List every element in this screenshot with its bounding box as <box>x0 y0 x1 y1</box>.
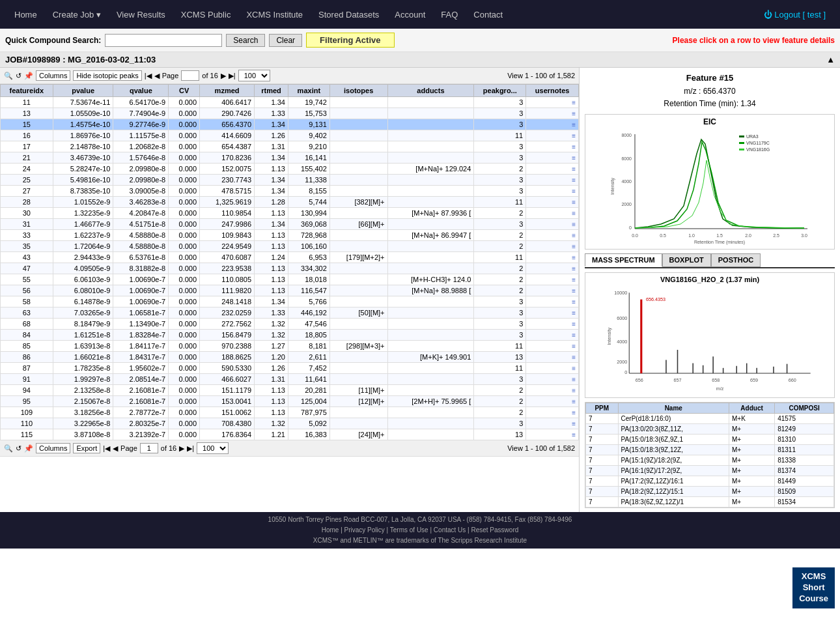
search-button[interactable]: Search <box>226 34 265 47</box>
nav-xcms-institute[interactable]: XCMS Institute <box>238 10 311 20</box>
col-adducts[interactable]: adducts <box>387 85 474 97</box>
collapse-icon[interactable]: ▲ <box>826 55 835 64</box>
note-button[interactable]: ≡ <box>572 287 576 294</box>
note-button[interactable]: ≡ <box>572 188 576 195</box>
table-row[interactable]: 245.28247e-102.09980e-80.000152.00751.13… <box>1 164 579 175</box>
note-button[interactable]: ≡ <box>572 143 576 150</box>
first-page-icon-bottom[interactable]: |◀ <box>103 444 110 453</box>
table-row[interactable]: 311.46677e-94.51751e-80.000247.99861.343… <box>1 219 579 230</box>
note-button[interactable]: ≡ <box>572 99 576 106</box>
note-button[interactable]: ≡ <box>572 420 576 427</box>
col-peakgroup[interactable]: peakgro... <box>474 85 526 97</box>
tab-mass-spectrum[interactable]: MASS SPECTRUM <box>585 253 662 267</box>
col-cv[interactable]: CV <box>169 85 200 97</box>
pin-icon-bottom[interactable]: 📌 <box>24 444 33 453</box>
table-row[interactable]: 556.06103e-91.00690e-70.000110.08051.131… <box>1 274 579 285</box>
note-button[interactable]: ≡ <box>572 332 576 339</box>
note-button[interactable]: ≡ <box>572 398 576 405</box>
note-button[interactable]: ≡ <box>572 354 576 361</box>
xcms-badge[interactable]: XCMS Short Course <box>792 567 835 608</box>
tab-posthoc[interactable]: POSTHOC <box>711 253 761 267</box>
table-row[interactable]: 586.14878e-91.00690e-70.000248.14181.345… <box>1 296 579 307</box>
table-row[interactable]: 117.53674e-116.54170e-90.000406.64171.34… <box>1 97 579 108</box>
table-row[interactable]: 1093.18256e-82.78772e-70.000151.00621.13… <box>1 407 579 418</box>
search-icon[interactable]: 🔍 <box>4 72 13 80</box>
col-featureidx[interactable]: featureidx <box>1 85 53 97</box>
note-button[interactable]: ≡ <box>572 121 576 128</box>
prev-page-icon-bottom[interactable]: ◀ <box>113 444 118 453</box>
compound-row[interactable]: 7PA(17:2(9Z,12Z)/16:1M+81449 <box>586 476 834 487</box>
table-row[interactable]: 151.45754e-109.27746e-90.000656.43701.34… <box>1 119 579 130</box>
compound-row[interactable]: 7PA(13:0/20:3(8Z,11Z,M+81249 <box>586 424 834 435</box>
note-button[interactable]: ≡ <box>572 132 576 139</box>
footer-link-contact[interactable]: Contact Us <box>434 526 466 534</box>
search-input[interactable] <box>105 34 222 47</box>
compound-row[interactable]: 7CerP(d18:1/16:0)M+K41575 <box>586 414 834 424</box>
table-row[interactable]: 942.13258e-82.16081e-70.000151.11791.132… <box>1 385 579 396</box>
footer-link-terms[interactable]: Terms of Use <box>390 526 428 534</box>
compound-row[interactable]: 7PA(15:1(9Z)/18:2(9Z,M+81338 <box>586 455 834 466</box>
note-button[interactable]: ≡ <box>572 409 576 416</box>
table-row[interactable]: 851.63913e-81.84117e-70.000970.23881.278… <box>1 341 579 352</box>
table-row[interactable]: 1103.22965e-82.80325e-70.000708.43801.32… <box>1 418 579 429</box>
footer-link-home[interactable]: Home <box>322 526 339 534</box>
note-button[interactable]: ≡ <box>572 387 576 394</box>
note-button[interactable]: ≡ <box>572 298 576 306</box>
compound-scroll[interactable]: PPM Name Adduct COMPOSI 7CerP(d18:1/16:0… <box>585 403 834 507</box>
col-composi[interactable]: COMPOSI <box>775 403 834 414</box>
note-button[interactable]: ≡ <box>572 376 576 383</box>
note-button[interactable]: ≡ <box>572 365 576 372</box>
note-button[interactable]: ≡ <box>572 221 576 228</box>
nav-home[interactable]: Home <box>7 10 45 20</box>
nav-account[interactable]: Account <box>387 10 433 20</box>
col-adduct[interactable]: Adduct <box>729 403 774 414</box>
col-rtmed[interactable]: rtmed <box>255 85 288 97</box>
table-row[interactable]: 871.78235e-81.95602e-70.000590.53301.267… <box>1 363 579 374</box>
table-row[interactable]: 688.18479e-91.13490e-70.000272.75621.324… <box>1 319 579 330</box>
next-page-icon-bottom[interactable]: ▶ <box>179 444 184 453</box>
last-page-icon[interactable]: ▶| <box>229 72 236 80</box>
table-row[interactable]: 213.46739e-101.57646e-80.000170.82361.34… <box>1 152 579 164</box>
per-page-select-bottom[interactable]: 100 <box>197 442 229 454</box>
table-wrapper[interactable]: featureidx pvalue qvalue CV mzmed rtmed … <box>0 84 579 440</box>
nav-view-results[interactable]: View Results <box>109 10 173 20</box>
col-ppm[interactable]: PPM <box>586 403 619 414</box>
compound-row[interactable]: 7PA(18:3(6Z,9Z,12Z)/1M+81534 <box>586 497 834 507</box>
col-isotopes[interactable]: isotopes <box>329 85 387 97</box>
note-button[interactable]: ≡ <box>572 177 576 184</box>
table-row[interactable]: 331.62237e-94.58880e-80.000109.98431.137… <box>1 230 579 241</box>
compound-row[interactable]: 7PA(15:0/18:3(6Z,9Z,1M+81310 <box>586 435 834 445</box>
nav-logout[interactable]: ⏻ Logout [ test ] <box>756 10 833 20</box>
per-page-select[interactable]: 100 50 200 <box>238 70 270 81</box>
table-row[interactable]: 432.94433e-96.53761e-80.000470.60871.246… <box>1 252 579 263</box>
table-row[interactable]: 131.05509e-107.74904e-90.000290.74261.33… <box>1 108 579 119</box>
nav-stored-datasets[interactable]: Stored Datasets <box>311 10 387 20</box>
note-button[interactable]: ≡ <box>572 265 576 272</box>
col-qvalue[interactable]: qvalue <box>113 85 169 97</box>
table-row[interactable]: 281.01552e-93.46283e-80.0001,325.96191.2… <box>1 197 579 208</box>
first-page-icon[interactable]: |◀ <box>145 72 152 80</box>
nav-contact[interactable]: Contact <box>466 10 511 20</box>
next-page-icon[interactable]: ▶ <box>221 72 226 80</box>
compound-row[interactable]: 7PA(16:1(9Z)/17:2(9Z,M+81374 <box>586 466 834 476</box>
table-row[interactable]: 841.61251e-81.83284e-70.000156.84791.321… <box>1 330 579 341</box>
note-button[interactable]: ≡ <box>572 309 576 317</box>
table-row[interactable]: 637.03265e-91.06581e-70.000232.02591.334… <box>1 307 579 319</box>
pin-icon[interactable]: 📌 <box>24 72 33 80</box>
col-pvalue[interactable]: pvalue <box>53 85 113 97</box>
table-row[interactable]: 566.08010e-91.00690e-70.000111.98201.131… <box>1 285 579 296</box>
table-row[interactable]: 278.73835e-103.09005e-80.000478.57151.34… <box>1 186 579 197</box>
footer-link-reset[interactable]: Reset Password <box>471 526 518 534</box>
nav-xcms-public[interactable]: XCMS Public <box>173 10 239 20</box>
page-input-bottom[interactable] <box>140 443 158 453</box>
note-button[interactable]: ≡ <box>572 165 576 173</box>
col-mzmed[interactable]: mzmed <box>200 85 255 97</box>
nav-faq[interactable]: FAQ <box>433 10 466 20</box>
compound-row[interactable]: 7PA(15:0/18:3(9Z,12Z,M+81311 <box>586 445 834 455</box>
note-button[interactable]: ≡ <box>572 243 576 250</box>
export-button[interactable]: Export <box>73 443 100 453</box>
note-button[interactable]: ≡ <box>572 343 576 350</box>
table-row[interactable]: 861.66021e-81.84317e-70.000188.86251.202… <box>1 352 579 363</box>
table-row[interactable]: 1153.87108e-83.21392e-70.000176.83641.21… <box>1 429 579 440</box>
search-icon-bottom[interactable]: 🔍 <box>4 444 13 453</box>
